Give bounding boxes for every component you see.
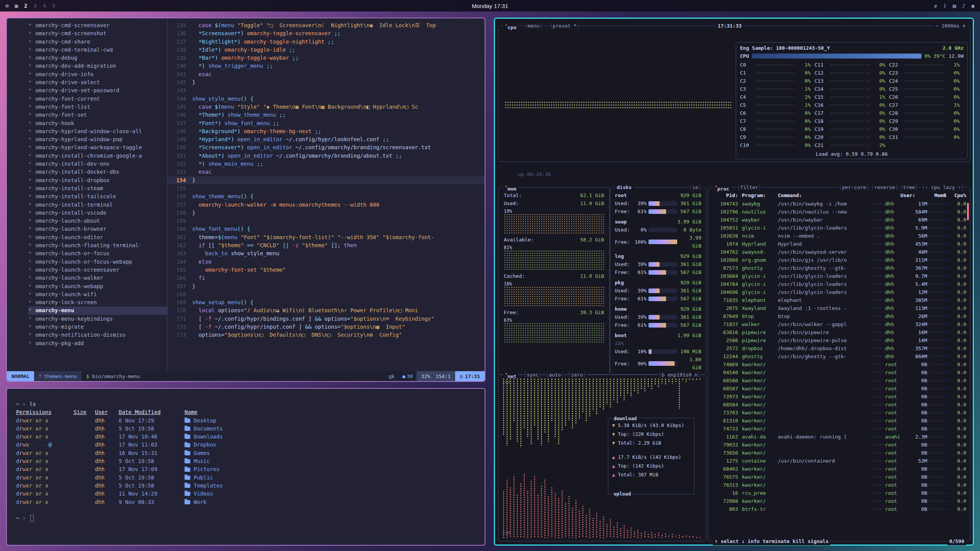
ls-name[interactable]: Work: [185, 498, 485, 506]
code-line[interactable]: 150 *Screensaver*) open_in_editor ~/.con…: [168, 143, 485, 152]
file-list-item[interactable]: *omarchy-launch-browser: [28, 225, 167, 233]
file-list-item[interactable]: *omarchy-launch-walker: [28, 274, 167, 282]
io-mode-button[interactable]: io: [689, 183, 702, 191]
footer-key[interactable]: ↑ select ↓: [715, 538, 745, 544]
code-line[interactable]: 141 esac: [168, 70, 485, 78]
code-pane[interactable]: 135 case $(menu "Toggle" "▢ Screensaver\…: [168, 18, 485, 371]
menu-button[interactable]: menu: [524, 22, 543, 30]
file-list-item[interactable]: *omarchy-font-list: [28, 103, 167, 111]
ls-name[interactable]: Downloads: [185, 433, 485, 441]
proc-row[interactable]: 803btrfs-trroot0B0.0: [713, 505, 966, 513]
col-command[interactable]: Command:: [776, 191, 900, 199]
file-list-item[interactable]: *omarchy-launch-wifi: [28, 290, 167, 298]
workspace-4[interactable]: 4: [43, 3, 46, 9]
file-list-item[interactable]: *omarchy-hook: [28, 119, 167, 127]
proc-row[interactable]: 104762swayosd-/usr/bin/swayosd-serverdhh…: [713, 248, 966, 256]
proc-row[interactable]: 76575kworker/root0B0.0: [713, 473, 966, 481]
ls-name[interactable]: Public: [185, 474, 485, 482]
workspace-3[interactable]: 3: [33, 3, 36, 9]
proc-row[interactable]: 102638nvimnvim --embed .dhh56M0.0: [713, 232, 966, 240]
proc-row[interactable]: 103684glycin-i/usr/lib/glycin-loadersdhh…: [713, 272, 966, 280]
proc-row[interactable]: 102796nautilus/usr/bin/nautilus --newdhh…: [713, 208, 966, 216]
proc-row[interactable]: 102866org.gnom/usr/bin/gjs /usr/lib/odhh…: [713, 256, 966, 264]
file-list-item[interactable]: *omarchy-install-steam: [28, 184, 167, 192]
code-line[interactable]: 140 *) show_trigger_menu ;;: [168, 62, 485, 70]
proc-row[interactable]: 104743swaybg/usr/bin/swaybg -i /homdhh13…: [713, 200, 966, 208]
file-list-item[interactable]: *omarchy-pkg-add: [28, 339, 167, 347]
tree-button[interactable]: tree: [899, 183, 919, 191]
file-list-item[interactable]: *omarchy-menu: [28, 306, 167, 315]
ls-name[interactable]: Games: [185, 449, 485, 457]
proc-row[interactable]: 73703kworker/root0B0.0: [713, 409, 966, 417]
code-line[interactable]: 171 [ -f ~/.config/hypr/bindings.conf ] …: [168, 315, 485, 323]
code-line[interactable]: 158}: [168, 209, 485, 217]
code-line[interactable]: 135 case $(menu "Toggle" "▢ Screensaver\…: [168, 21, 485, 29]
code-line[interactable]: 157 omarchy-launch-walker -m menus:omarc…: [168, 201, 485, 209]
proc-row[interactable]: 2572dropbox/home/dhh/.dropbox-distdhh357…: [713, 344, 966, 352]
code-line[interactable]: 153 esac: [168, 168, 485, 176]
code-line[interactable]: 163 back_to show_style_menu: [168, 249, 485, 258]
proc-row[interactable]: 81310kworker/root0B0.0: [713, 417, 966, 425]
file-list-item[interactable]: *omarchy-debug: [28, 54, 167, 62]
proc-row[interactable]: 94540kworker/root0B0.0: [713, 368, 966, 377]
reverse-button[interactable]: reverse: [871, 183, 899, 191]
code-line[interactable]: 136 *Screensaver*) omarchy-toggle-screen…: [168, 29, 485, 37]
ls-name[interactable]: Dropbox: [185, 441, 485, 449]
code-line[interactable]: 164 else: [168, 258, 485, 266]
proc-row[interactable]: 2586pipewire/usr/bin/pipewire-pulsedhh14…: [713, 336, 966, 344]
file-list-item[interactable]: *omarchy-install-docker-dbs: [28, 168, 167, 176]
file-list-item[interactable]: *omarchy-launch-or-focus-webapp: [28, 258, 167, 266]
file-list-item[interactable]: *omarchy-drive-set-password: [28, 86, 167, 95]
proc-row[interactable]: 68587kworker/root0B0.0: [713, 385, 966, 393]
net-zero-button[interactable]: zero: [567, 371, 587, 379]
proc-row[interactable]: 12244ghostty/usr/bin/ghostty --gtk-dhh86…: [713, 352, 966, 360]
terminal-window[interactable]: ~ › ls PermissionsSizeUserDate ModifiedN…: [6, 388, 485, 546]
file-list-item[interactable]: *omarchy-font-current: [28, 95, 167, 103]
proc-row[interactable]: 104696glycin-i/usr/lib/glycin-loadersdhh…: [713, 288, 966, 296]
footer-key[interactable]: signals: [808, 538, 829, 544]
net-auto-button[interactable]: auto: [545, 371, 565, 379]
footer-key[interactable]: terminate: [763, 538, 789, 544]
file-list-item[interactable]: *omarchy-install-dropbox: [28, 176, 167, 184]
code-line[interactable]: 168: [168, 290, 485, 298]
app-icon[interactable]: ▣: [15, 3, 18, 9]
proc-row[interactable]: 68584kworker/root0B0.0: [713, 401, 966, 409]
proc-row[interactable]: 71835elephantelephantdhh385M0.0: [713, 296, 966, 304]
file-list-item[interactable]: *omarchy-launch-screensaver: [28, 266, 167, 274]
col-program[interactable]: Program:: [738, 191, 776, 199]
code-line[interactable]: 167}: [168, 282, 485, 290]
code-line[interactable]: 156show_theme_menu() {: [168, 192, 485, 201]
file-list-item[interactable]: *omarchy-cmd-screensaver: [28, 21, 167, 29]
code-line[interactable]: 155: [168, 184, 485, 192]
file-list-item[interactable]: *omarchy-notification-dismiss: [28, 331, 167, 339]
file-list-item[interactable]: *omarchy-hyprland-window-close-all: [28, 127, 167, 135]
proc-scrollbar[interactable]: [967, 203, 969, 220]
battery-icon[interactable]: ▤: [953, 3, 956, 9]
proc-row[interactable]: 63816pipewire/usr/bin/pipewiredhh16M0.0: [713, 328, 966, 336]
file-list-item[interactable]: *omarchy-cmd-screenshot: [28, 29, 167, 37]
file-list-item[interactable]: *omarchy-font-set: [28, 111, 167, 119]
proc-row[interactable]: 71837walker/usr/bin/walker --gappldhh324…: [713, 320, 966, 328]
workspace-2[interactable]: 2: [24, 3, 27, 9]
launcher-icon[interactable]: ⊞: [5, 3, 8, 9]
code-line[interactable]: 145 case $(menu "Style" "◆ Theme\n▣ Font…: [168, 103, 485, 111]
file-list-item[interactable]: *omarchy-lock-screen: [28, 298, 167, 306]
ls-name[interactable]: Documents: [185, 425, 485, 433]
code-line[interactable]: 170 local options="♪ Audio\n◒ Wifi\nᛒ Bl…: [168, 306, 485, 315]
proc-row[interactable]: 72088kworker/root0B0.0: [713, 497, 966, 505]
file-list-item[interactable]: *omarchy-launch-or-focus: [28, 249, 167, 258]
code-line[interactable]: 142}: [168, 78, 485, 86]
proc-row[interactable]: 72073kworker/root0B0.0: [713, 393, 966, 401]
code-line[interactable]: 143: [168, 86, 485, 95]
proc-row[interactable]: 68586kworker/root0B0.0: [713, 377, 966, 385]
code-line[interactable]: 152 *) show_main_menu ;;: [168, 160, 485, 168]
proc-row[interactable]: 87573ghostty/usr/bin/ghostty --gtk-dhh36…: [713, 264, 966, 272]
code-line[interactable]: 147 *Font*) show_font_menu ;;: [168, 119, 485, 127]
code-line[interactable]: 166 fi: [168, 274, 485, 282]
proc-row[interactable]: 87649btopbtopdhh26M0.0: [713, 312, 966, 320]
interval-plus-button[interactable]: +: [959, 23, 965, 29]
file-list-item[interactable]: *omarchy-hyprland-window-pop: [28, 135, 167, 143]
power-icon[interactable]: ◉: [972, 3, 975, 9]
proc-row[interactable]: 76313kworker/root0B0.0: [713, 481, 966, 489]
file-list-item[interactable]: *omarchy-cmd-terminal-cwd: [28, 46, 167, 54]
